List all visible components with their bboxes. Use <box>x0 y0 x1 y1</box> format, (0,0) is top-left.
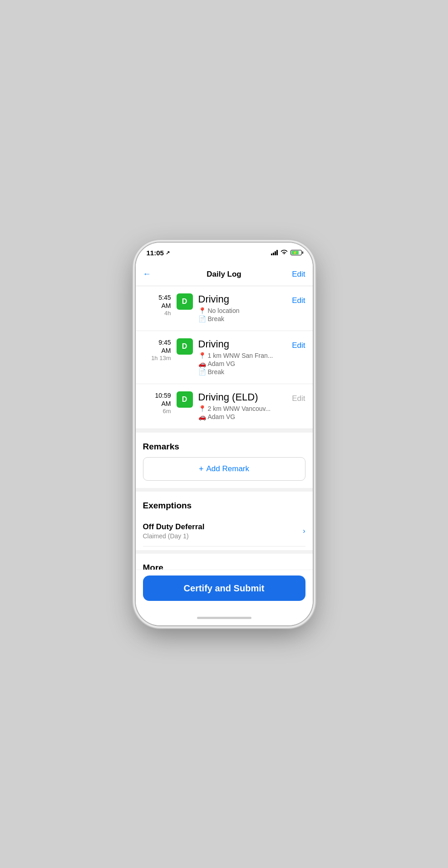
driving-badge-1: D <box>177 293 193 310</box>
exemption-item-off-duty[interactable]: Off Duty Deferral Claimed (Day 1) › <box>143 516 305 546</box>
status-time: 11:05 ↗ <box>147 249 170 257</box>
log-entry-2: 9:45 AM 1h 13m D Driving 📍 1 km WNW San … <box>136 331 313 384</box>
back-button[interactable]: ← <box>143 269 166 279</box>
section-divider-2 <box>136 488 313 492</box>
car-icon-2: 🚗 <box>198 360 206 367</box>
entry-title-2: Driving <box>198 338 287 350</box>
add-remark-button[interactable]: + Add Remark <box>143 457 305 481</box>
entry-time-3: 10:59 AM 6m <box>143 391 171 414</box>
wifi-icon <box>281 249 288 256</box>
log-entry-1: 5:45 AM 4h D Driving 📍 No location 📄 Bre… <box>136 286 313 331</box>
add-remark-label: Add Remark <box>207 464 249 473</box>
section-divider-3 <box>136 550 313 554</box>
chevron-right-icon: › <box>303 527 305 535</box>
entry-details-2: Driving 📍 1 km WNW San Fran... 🚗 Adam VG… <box>198 338 287 376</box>
driving-badge-3: D <box>177 391 193 408</box>
entry-title-3: Driving (ELD) <box>198 391 287 403</box>
car-icon-3: 🚗 <box>198 413 206 420</box>
entry-location-2: 📍 1 km WNW San Fran... <box>198 352 287 359</box>
section-divider-1 <box>136 429 313 433</box>
certify-submit-button[interactable]: Certify and Submit <box>143 575 305 601</box>
back-arrow-icon: ← <box>143 269 151 279</box>
exemption-subtitle: Claimed (Day 1) <box>143 532 205 540</box>
entry-doc-1: 📄 Break <box>198 315 287 322</box>
entry-title-1: Driving <box>198 293 287 305</box>
signal-icon <box>271 250 278 255</box>
remarks-title: Remarks <box>143 442 305 452</box>
edit-button[interactable]: Edit <box>282 270 305 279</box>
more-section: More <box>136 554 313 570</box>
time-label: 11:05 <box>147 249 164 257</box>
entry-details-3: Driving (ELD) 📍 2 km WNW Vancouv... 🚗 Ad… <box>198 391 287 421</box>
more-title: More <box>143 563 305 570</box>
entry-vehicle-3: 🚗 Adam VG <box>198 413 287 420</box>
entry-time-2: 9:45 AM 1h 13m <box>143 338 171 361</box>
entry-edit-button-1[interactable]: Edit <box>292 293 305 305</box>
doc-icon-1: 📄 <box>198 315 206 322</box>
exemption-title: Off Duty Deferral <box>143 522 205 532</box>
exemptions-title: Exemptions <box>143 501 305 511</box>
entry-edit-button-2[interactable]: Edit <box>292 338 305 350</box>
entry-doc-2: 📄 Break <box>198 368 287 375</box>
entry-details-1: Driving 📍 No location 📄 Break <box>198 293 287 323</box>
remarks-section: Remarks + Add Remark <box>136 433 313 488</box>
entry-location-1: 📍 No location <box>198 307 287 314</box>
location-arrow-icon: ↗ <box>166 250 170 256</box>
entry-vehicle-2: 🚗 Adam VG <box>198 360 287 367</box>
entry-time-1: 5:45 AM 4h <box>143 293 171 317</box>
battery-icon: ⚡ <box>290 250 302 255</box>
home-indicator <box>136 610 313 625</box>
status-icons: ⚡ <box>271 249 302 256</box>
add-remark-plus-icon: + <box>199 464 204 474</box>
home-bar <box>197 617 251 619</box>
nav-bar: ← Daily Log Edit <box>136 263 313 286</box>
log-entry-3: 10:59 AM 6m D Driving (ELD) 📍 2 km WNW V… <box>136 384 313 429</box>
driving-badge-2: D <box>177 338 193 355</box>
location-pin-icon: 📍 <box>198 307 206 314</box>
scroll-content: 5:45 AM 4h D Driving 📍 No location 📄 Bre… <box>136 286 313 570</box>
location-pin-icon-2: 📍 <box>198 352 206 359</box>
bottom-bar: Certify and Submit <box>136 570 313 610</box>
entry-edit-button-3: Edit <box>292 391 305 403</box>
doc-icon-2: 📄 <box>198 368 206 375</box>
exemptions-section: Exemptions Off Duty Deferral Claimed (Da… <box>136 492 313 550</box>
page-title: Daily Log <box>207 270 241 279</box>
location-pin-icon-3: 📍 <box>198 405 206 412</box>
status-bar: 11:05 ↗ <box>136 243 313 263</box>
entry-location-3: 📍 2 km WNW Vancouv... <box>198 405 287 412</box>
